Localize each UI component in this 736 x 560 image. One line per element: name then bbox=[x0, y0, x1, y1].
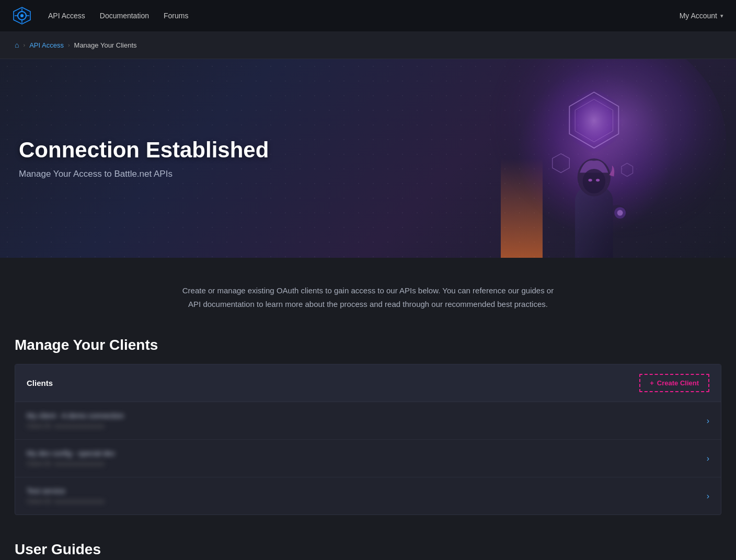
breadcrumb-separator-2: › bbox=[68, 42, 70, 48]
svg-point-2 bbox=[20, 14, 24, 17]
create-client-button[interactable]: + Create Client bbox=[639, 374, 709, 392]
description-section: Create or manage existing OAuth clients … bbox=[180, 258, 556, 332]
hero-subtitle: Manage Your Access to Battle.net APIs bbox=[19, 169, 269, 179]
logo[interactable] bbox=[13, 6, 31, 25]
hero-content: Connection Established Manage Your Acces… bbox=[19, 138, 269, 179]
client-row[interactable]: My dev config - special dev Client ID: x… bbox=[15, 440, 721, 477]
chevron-right-icon-2: › bbox=[707, 454, 709, 463]
client-row[interactable]: My client - A demo connection Client ID:… bbox=[15, 402, 721, 440]
nav-left: API Access Documentation Forums bbox=[13, 6, 188, 25]
nav-item-api-access[interactable]: API Access bbox=[48, 11, 85, 20]
clients-table-header: Clients + Create Client bbox=[15, 364, 721, 402]
svg-point-14 bbox=[583, 169, 605, 193]
clients-table: Clients + Create Client My client - A de… bbox=[15, 364, 721, 515]
client-id-2: Client ID: xxxxxxxxxxxxxxxx bbox=[27, 460, 115, 467]
chevron-down-icon: ▾ bbox=[720, 13, 723, 19]
chevron-right-icon-1: › bbox=[707, 416, 709, 426]
client-info-1: My client - A demo connection Client ID:… bbox=[27, 412, 124, 430]
nav-link-documentation[interactable]: Documentation bbox=[100, 12, 149, 20]
nav-links: API Access Documentation Forums bbox=[48, 11, 188, 20]
nav-link-forums[interactable]: Forums bbox=[164, 12, 188, 20]
svg-point-18 bbox=[617, 210, 623, 216]
client-name-2: My dev config - special dev bbox=[27, 449, 115, 458]
create-client-label: Create Client bbox=[657, 379, 699, 387]
client-info-3: Test service Client ID: xxxxxxxxxxxxxxxx bbox=[27, 487, 105, 505]
breadcrumb-api-access[interactable]: API Access bbox=[29, 41, 64, 49]
nav-link-api-access[interactable]: API Access bbox=[48, 12, 85, 20]
description-text: Create or manage existing OAuth clients … bbox=[180, 284, 556, 311]
hero-section: Connection Established Manage Your Acces… bbox=[0, 59, 736, 258]
nav-item-documentation[interactable]: Documentation bbox=[100, 11, 149, 20]
home-icon[interactable]: ⌂ bbox=[15, 41, 19, 49]
my-account-label: My Account bbox=[680, 12, 717, 20]
hero-title: Connection Established bbox=[19, 138, 269, 163]
manage-clients-heading: Manage Your Clients bbox=[15, 337, 721, 353]
client-name-1: My client - A demo connection bbox=[27, 412, 124, 420]
breadcrumb-separator-1: › bbox=[23, 42, 25, 48]
client-id-1: Client ID: xxxxxxxxxxxxxxxx bbox=[27, 422, 124, 430]
client-row[interactable]: Test service Client ID: xxxxxxxxxxxxxxxx… bbox=[15, 477, 721, 515]
client-id-3: Client ID: xxxxxxxxxxxxxxxx bbox=[27, 498, 105, 505]
client-name-3: Test service bbox=[27, 487, 105, 495]
breadcrumb: ⌂ › API Access › Manage Your Clients bbox=[0, 31, 736, 59]
user-guides-heading: User Guides bbox=[15, 541, 721, 558]
manage-clients-section: Manage Your Clients Clients + Create Cli… bbox=[15, 332, 721, 531]
breadcrumb-current: Manage Your Clients bbox=[74, 41, 137, 49]
navbar: API Access Documentation Forums My Accou… bbox=[0, 0, 736, 31]
svg-point-16 bbox=[596, 179, 600, 181]
hero-character-illustration bbox=[294, 59, 736, 258]
clients-header-label: Clients bbox=[27, 379, 53, 387]
client-info-2: My dev config - special dev Client ID: x… bbox=[27, 449, 115, 467]
create-client-icon: + bbox=[650, 379, 654, 387]
battlenet-logo-icon bbox=[13, 6, 31, 25]
my-account-menu[interactable]: My Account ▾ bbox=[680, 12, 723, 20]
svg-point-15 bbox=[589, 179, 592, 181]
user-guides-section: User Guides bbox=[15, 531, 721, 558]
main-content: Create or manage existing OAuth clients … bbox=[0, 258, 736, 560]
nav-item-forums[interactable]: Forums bbox=[164, 11, 188, 20]
chevron-right-icon-3: › bbox=[707, 492, 709, 501]
